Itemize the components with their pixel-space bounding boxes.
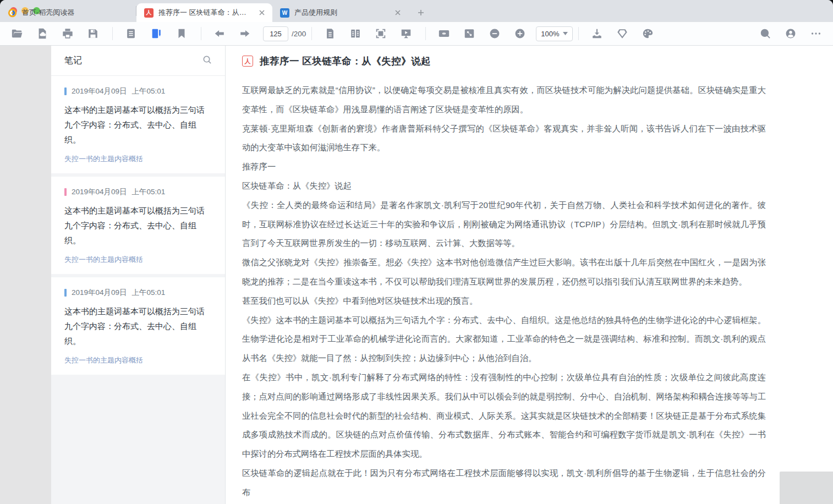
note-content: 这本书的主题词基本可以概括为三句话九个字内容：分布式、去中心、自组织。 — [64, 102, 212, 147]
note-card[interactable]: 2019年04月09日 上午05:01 这本书的主题词基本可以概括为三句话九个字… — [51, 76, 225, 173]
toolbar: /200 100% — [0, 22, 833, 46]
pdf-file-icon: 人 — [144, 8, 154, 18]
tab-label: 首页-稻壳阅读器 — [22, 8, 130, 18]
paragraph: 《失控》这本书的主题词基本可以概括为三句话九个字：分布式、去中心、自组织。这是他… — [242, 311, 766, 368]
paragraph: 互联网最缺乏的元素就是“信用协议”，以便确定每项交易是被核准且真实有效，而区块链… — [242, 81, 766, 119]
note-time: 上午05:01 — [132, 288, 166, 298]
note-card[interactable]: 2019年04月09日 上午05:01 这本书的主题词基本可以概括为三句话九个字… — [51, 277, 225, 375]
prev-page-icon[interactable] — [210, 25, 229, 42]
close-tab-icon[interactable] — [257, 8, 267, 18]
note-time: 上午05:01 — [132, 86, 166, 96]
highlight-marker — [64, 188, 67, 196]
corner-widget — [780, 472, 833, 504]
left-gutter — [0, 46, 51, 504]
toolbar-separator — [201, 27, 201, 40]
next-page-icon[interactable] — [235, 25, 254, 42]
open-file-icon[interactable] — [8, 25, 26, 42]
single-page-view-icon[interactable] — [321, 25, 339, 42]
paragraph: 微信之父张晓龙对《失控》推崇备至。想必《失控》这本书对他创造微信产生过巨大影响。… — [242, 253, 766, 292]
new-tab-button[interactable] — [416, 8, 426, 18]
zoom-in-icon[interactable] — [511, 25, 529, 42]
daoke-logo-icon — [8, 8, 17, 18]
tab-home[interactable]: 首页-稻壳阅读器 — [0, 3, 136, 22]
document-body: 互联网最缺乏的元素就是“信用协议”，以便确定每项交易是被核准且真实有效，而区块链… — [242, 81, 766, 502]
note-summary: 失控一书的主题内容概括 — [64, 154, 212, 164]
tab-label: 产品使用规则 — [294, 8, 388, 18]
thumbnail-panel-icon[interactable] — [122, 25, 140, 42]
chevron-down-icon — [563, 32, 568, 35]
theme-palette-icon[interactable] — [638, 25, 657, 42]
note-meta: 2019年04月09日 上午05:01 — [64, 187, 212, 197]
note-content: 这本书的主题词基本可以概括为三句话九个字内容：分布式、去中心、自组织。 — [64, 203, 212, 248]
tab-rules[interactable]: W 产品使用规则 — [272, 3, 408, 22]
sidebar-header: 笔记 — [51, 46, 225, 76]
download-icon[interactable] — [588, 25, 606, 42]
note-date: 2019年04月09日 — [72, 288, 127, 298]
paragraph: 《失控：全人类的最终命运和结局》是著名作家凯文·凯利写于20世纪90年代初，关于… — [242, 196, 766, 253]
page-number-input[interactable] — [263, 26, 288, 41]
save-icon[interactable] — [84, 25, 102, 42]
more-menu-icon[interactable] — [807, 25, 825, 42]
content-area: 笔记 2019年04月09日 上午05:01 这本书的主题词基本可以概括为三句话… — [0, 46, 833, 504]
print-icon[interactable] — [58, 25, 77, 42]
note-summary: 失控一书的主题内容概括 — [64, 355, 212, 365]
zoom-level-value: 100% — [541, 30, 559, 38]
paragraph: 区块链革命的逻辑起点就在于此！因为只有分布式网络在工程技术层面能够得以实现，凯文… — [242, 464, 766, 502]
note-date: 2019年04月09日 — [72, 187, 127, 197]
page-total-label: /200 — [292, 30, 306, 38]
note-card[interactable]: 2019年04月09日 上午05:01 这本书的主题词基本可以概括为三句话九个字… — [51, 177, 225, 274]
document-title: 推荐序一 区块链革命：从《失控》说起 — [260, 54, 431, 68]
paragraph: 在《失控》书中，凯文·凯利专门解释了分布式网络的特性：没有强制性的中心控制；次级… — [242, 368, 766, 464]
note-content: 这本书的主题词基本可以概括为三句话九个字内容：分布式、去中心、自组织。 — [64, 304, 212, 348]
note-meta: 2019年04月09日 上午05:01 — [64, 86, 212, 96]
note-time: 上午05:01 — [132, 187, 166, 197]
zoom-level-dropdown[interactable]: 100% — [536, 26, 572, 41]
word-file-icon: W — [280, 8, 289, 18]
tab-label: 推荐序一 区块链革命：从《失控... — [158, 8, 252, 18]
note-summary: 失控一书的主题内容概括 — [64, 255, 212, 265]
presentation-mode-icon[interactable] — [397, 25, 415, 42]
paragraph: 区块链革命：从《失控》说起 — [242, 177, 766, 196]
app-window: 首页-稻壳阅读器 人 推荐序一 区块链革命：从《失控... W 产品使用规则 — [0, 0, 833, 504]
document-header: 人 推荐序一 区块链革命：从《失控》说起 — [242, 54, 833, 68]
notes-search-icon[interactable] — [202, 55, 212, 67]
vip-icon[interactable] — [613, 25, 632, 42]
fit-page-icon[interactable] — [460, 25, 479, 42]
sidebar-title: 笔记 — [64, 55, 82, 67]
paragraph: 推荐序一 — [242, 157, 766, 177]
toolbar-separator — [578, 27, 579, 40]
export-image-icon[interactable] — [33, 25, 52, 42]
note-meta: 2019年04月09日 上午05:01 — [64, 288, 212, 298]
close-tab-icon[interactable] — [393, 8, 403, 18]
search-icon[interactable] — [756, 25, 775, 42]
bookmark-panel-icon[interactable] — [172, 25, 191, 42]
paragraph: 克莱顿·克里斯坦森《创新者的窘境》作者唐普斯科特父子撰写的《区块链革命》客观真实… — [242, 119, 766, 158]
double-page-view-icon[interactable] — [346, 25, 365, 42]
highlight-marker — [64, 289, 67, 297]
pdf-badge-icon: 人 — [242, 56, 253, 67]
zoom-out-icon[interactable] — [485, 25, 504, 42]
note-date: 2019年04月09日 — [72, 86, 127, 96]
toolbar-separator — [425, 27, 426, 40]
tab-document[interactable]: 人 推荐序一 区块链革命：从《失控... — [136, 3, 272, 22]
document-view: 人 推荐序一 区块链革命：从《失控》说起 互联网最缺乏的元素就是“信用协议”，以… — [226, 46, 833, 504]
notes-sidebar: 笔记 2019年04月09日 上午05:01 这本书的主题词基本可以概括为三句话… — [51, 46, 226, 504]
toolbar-separator — [311, 27, 312, 40]
highlight-marker — [64, 87, 67, 95]
fit-width-icon[interactable] — [435, 25, 453, 42]
tab-bar: 首页-稻壳阅读器 人 推荐序一 区块链革命：从《失控... W 产品使用规则 — [0, 0, 833, 22]
paragraph: 甚至我们也可以从《失控》中看到他对区块链技术出现的预言。 — [242, 292, 766, 311]
toolbar-separator — [112, 27, 113, 40]
fullscreen-icon[interactable] — [371, 25, 390, 42]
notes-panel-icon[interactable] — [147, 25, 166, 42]
account-icon[interactable] — [781, 25, 800, 42]
